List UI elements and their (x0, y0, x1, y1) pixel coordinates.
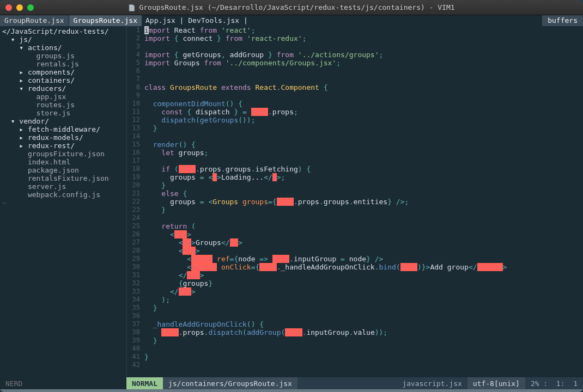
traffic-lights (5, 4, 34, 11)
tree-file-index-html[interactable]: index.html (0, 158, 126, 166)
tab-groupsroute-jsx[interactable]: GroupsRoute.jsx (69, 15, 142, 26)
code-line[interactable]: } (144, 336, 583, 345)
statusline-nerd: NERD (0, 377, 126, 389)
code-line[interactable]: groups = <Groups groups={this.props.grou… (144, 198, 583, 206)
tree-dir-components-[interactable]: ▸ components/ (0, 68, 126, 76)
tree-file-store-js[interactable]: store.js (0, 109, 126, 117)
code-line[interactable]: dispatch(getGroups()); (144, 116, 583, 124)
tabline: GroupRoute.jsxGroupsRoute.jsx App.jsx | … (0, 15, 583, 26)
code-line[interactable]: import React from 'react'; (144, 26, 583, 34)
tree-dir-js-[interactable]: ▾ js/ (0, 35, 126, 44)
code-line[interactable]: return ( (144, 222, 583, 230)
code-line[interactable] (144, 75, 583, 83)
statusline-spacer (297, 377, 397, 389)
code-line[interactable]: } (144, 181, 583, 189)
document-icon (128, 3, 136, 11)
code-line[interactable]: ); (144, 296, 583, 304)
tree-file-routes-js[interactable]: routes.js (0, 101, 126, 109)
statusline-filetype: javascript.jsx (397, 377, 467, 389)
code-line[interactable]: componentDidMount() { (144, 100, 583, 108)
tree-dir-redux-models-[interactable]: ▸ redux-models/ (0, 133, 126, 142)
tree-dir-actions-[interactable]: ▾ actions/ (0, 44, 126, 52)
window-title-text: GroupsRoute.jsx (~/Desarrollo/JavaScript… (139, 3, 454, 11)
code-line[interactable] (144, 42, 583, 51)
code-line[interactable]: else { (144, 189, 583, 198)
code-line[interactable]: <button onClick={this._handleAddGroupOnC… (144, 263, 583, 271)
code-line[interactable]: <div> (144, 247, 583, 255)
window-titlebar: GroupsRoute.jsx (~/Desarrollo/JavaScript… (0, 0, 583, 15)
minimize-icon[interactable] (16, 4, 23, 11)
code-line[interactable]: import { getGroups, addGroup } from '../… (144, 51, 583, 59)
code-line[interactable] (144, 345, 583, 353)
tree-file-server-js[interactable]: server.js (0, 182, 126, 191)
statusline-mode: NORMAL (126, 377, 163, 389)
tree-dir-redux-rest-[interactable]: ▸ redux-rest/ (0, 142, 126, 150)
code-line[interactable]: this.props.dispatch(addGroup(this.inputG… (144, 328, 583, 336)
code-line[interactable]: import { connect } from 'react-redux'; (144, 34, 583, 42)
buffers-button[interactable]: buffers (542, 15, 583, 26)
code-line[interactable] (144, 67, 583, 75)
code-line[interactable] (144, 91, 583, 100)
tree-file-groupsFixture-json[interactable]: groupsFixture.json (0, 150, 126, 158)
tree-file-webpack-config-js[interactable]: webpack.config.js (0, 191, 126, 199)
editor-pane[interactable]: 1234567891011121314151617181920212223242… (126, 26, 583, 377)
code-area[interactable]: import React from 'react';import { conne… (144, 26, 583, 377)
code-line[interactable]: } (144, 353, 583, 361)
code-line[interactable] (144, 312, 583, 320)
statusline-file: js/containers/GroupsRoute.jsx (163, 377, 297, 389)
code-line[interactable]: class GroupsRoute extends React.Componen… (144, 83, 583, 91)
code-line[interactable]: render() { (144, 140, 583, 149)
code-line[interactable]: } (144, 206, 583, 214)
code-line[interactable] (144, 214, 583, 222)
code-line[interactable]: {groups} (144, 279, 583, 287)
code-line[interactable]: } (144, 124, 583, 132)
code-line[interactable]: groups = <p>Loading...</p>; (144, 173, 583, 181)
code-line[interactable]: _handleAddGroupOnClick() { (144, 320, 583, 328)
statusline-percent: 2% : 1: 1 (525, 377, 583, 389)
window-title: GroupsRoute.jsx (~/Desarrollo/JavaScript… (34, 3, 549, 11)
tree-dir-reducers-[interactable]: ▾ reducers/ (0, 84, 126, 93)
code-line[interactable] (144, 157, 583, 165)
code-line[interactable]: <div> (144, 230, 583, 238)
tab-grouproute-jsx[interactable]: GroupRoute.jsx (0, 15, 69, 26)
tree-dir-fetch-middleware-[interactable]: ▸ fetch-middleware/ (0, 125, 126, 133)
tree-file-rentalsFixture-json[interactable]: rentalsFixture.json (0, 174, 126, 182)
code-line[interactable]: let groups; (144, 149, 583, 157)
close-icon[interactable] (5, 4, 12, 11)
window-bottom-edge (0, 389, 583, 392)
code-line[interactable]: <input ref={node => this.inputGroup = no… (144, 255, 583, 263)
code-line[interactable]: if (this.props.groups.isFetching) { (144, 165, 583, 173)
code-line[interactable]: } (144, 304, 583, 312)
code-line[interactable]: </div> (144, 271, 583, 279)
code-line[interactable]: </div> (144, 287, 583, 296)
nerdtree-sidebar[interactable]: </JavaScript/redux-tests/ ▾ js/ ▾ action… (0, 26, 126, 377)
buffer-bar[interactable]: App.jsx | DevTools.jsx | (142, 15, 542, 26)
nerdtree-root[interactable]: </JavaScript/redux-tests/ (0, 27, 126, 35)
empty-line: ~ (0, 199, 126, 207)
statusline: NERD NORMAL js/containers/GroupsRoute.js… (0, 377, 583, 389)
code-line[interactable] (144, 132, 583, 140)
tree-dir-containers-[interactable]: ▸ containers/ (0, 76, 126, 84)
tree-file-groups-js[interactable]: groups.js (0, 52, 126, 60)
statusline-encoding: utf-8[unix] (467, 377, 525, 389)
tree-file-package-json[interactable]: package.json (0, 166, 126, 174)
tree-dir-vendor-[interactable]: ▾ vendor/ (0, 117, 126, 125)
code-line[interactable] (144, 361, 583, 369)
tree-file-app-jsx[interactable]: app.jsx (0, 93, 126, 101)
code-line[interactable]: const { dispatch } = this.props; (144, 108, 583, 116)
zoom-icon[interactable] (27, 4, 34, 11)
code-line[interactable]: <h1>Groups</h1> (144, 238, 583, 247)
tree-file-rentals-js[interactable]: rentals.js (0, 60, 126, 68)
line-number-gutter: 1234567891011121314151617181920212223242… (127, 26, 144, 377)
code-line[interactable]: import Groups from '../components/Groups… (144, 59, 583, 67)
